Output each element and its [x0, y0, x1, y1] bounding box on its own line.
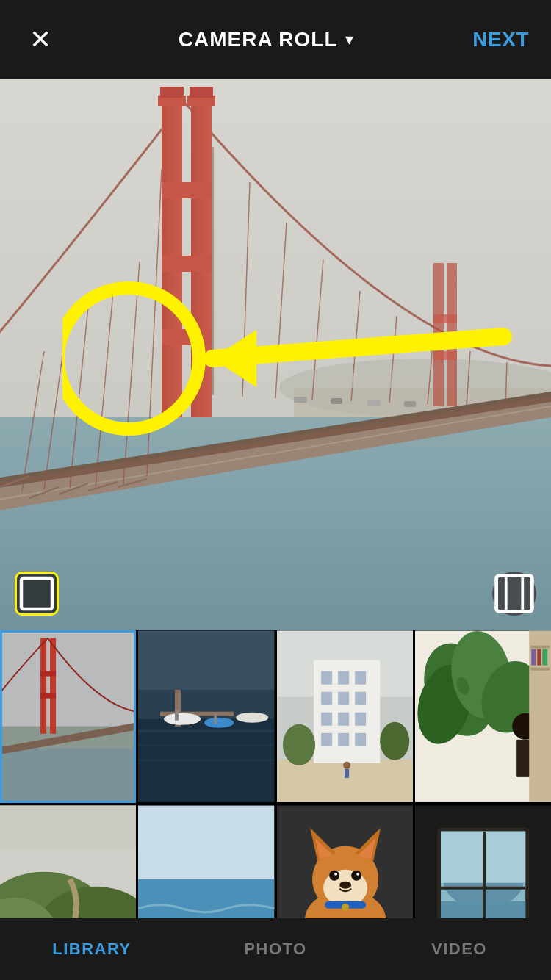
svg-rect-90 [321, 671, 332, 685]
svg-rect-83 [138, 730, 274, 732]
format-button[interactable] [492, 572, 536, 616]
svg-rect-97 [338, 713, 349, 726]
svg-rect-105 [345, 769, 349, 778]
svg-rect-92 [355, 671, 366, 685]
svg-point-103 [380, 722, 409, 760]
svg-point-148 [356, 872, 359, 875]
svg-rect-91 [338, 671, 349, 685]
svg-point-146 [351, 870, 361, 880]
title-area[interactable]: CAMERA ROLL ▾ [179, 28, 353, 51]
thumbnail-2[interactable] [138, 630, 274, 803]
svg-point-81 [236, 713, 268, 723]
preview-area [0, 79, 551, 630]
svg-point-104 [343, 762, 350, 769]
svg-point-77 [164, 713, 201, 725]
svg-rect-121 [542, 649, 547, 666]
nav-video-label: VIDEO [431, 940, 487, 959]
svg-rect-70 [40, 671, 56, 677]
svg-rect-101 [355, 733, 366, 746]
svg-rect-82 [138, 631, 274, 690]
svg-point-145 [329, 870, 339, 880]
svg-rect-95 [355, 692, 366, 705]
svg-rect-94 [338, 692, 349, 705]
nav-video[interactable]: VIDEO [367, 940, 551, 959]
svg-rect-85 [138, 760, 274, 761]
svg-rect-118 [530, 668, 550, 671]
svg-rect-93 [321, 692, 332, 705]
svg-rect-80 [214, 714, 217, 724]
svg-point-113 [480, 664, 490, 679]
close-button[interactable]: ✕ [22, 21, 59, 58]
thumbnail-3[interactable] [277, 630, 413, 803]
svg-point-147 [334, 872, 337, 875]
nav-library-label: LIBRARY [52, 940, 131, 959]
svg-rect-84 [138, 745, 274, 746]
svg-rect-68 [40, 638, 46, 734]
next-button[interactable]: NEXT [472, 28, 529, 51]
nav-photo[interactable]: PHOTO [184, 940, 367, 959]
svg-rect-127 [0, 805, 136, 849]
svg-rect-62 [497, 576, 533, 612]
bottom-nav: LIBRARY PHOTO VIDEO [0, 918, 551, 980]
svg-rect-98 [355, 713, 366, 726]
svg-rect-69 [50, 638, 56, 734]
nav-library[interactable]: LIBRARY [0, 940, 184, 959]
chevron-down-icon: ▾ [345, 30, 353, 49]
svg-rect-120 [537, 649, 541, 666]
nav-photo-label: PHOTO [244, 940, 306, 959]
svg-rect-100 [338, 733, 349, 746]
svg-point-102 [283, 724, 315, 765]
svg-point-79 [204, 718, 234, 728]
svg-rect-96 [321, 713, 332, 726]
crop-button[interactable] [15, 572, 59, 616]
svg-rect-78 [175, 710, 179, 721]
svg-rect-71 [40, 693, 56, 699]
svg-point-149 [339, 881, 351, 888]
svg-point-151 [342, 903, 349, 910]
svg-rect-117 [530, 646, 550, 649]
svg-rect-58 [21, 578, 52, 609]
camera-roll-title: CAMERA ROLL [179, 28, 338, 51]
thumbnail-1[interactable] [0, 630, 136, 803]
svg-rect-119 [531, 649, 536, 666]
svg-rect-57 [0, 79, 551, 630]
thumbnail-4[interactable] [415, 630, 551, 803]
svg-rect-99 [321, 733, 332, 746]
header: ✕ CAMERA ROLL ▾ NEXT [0, 0, 551, 79]
